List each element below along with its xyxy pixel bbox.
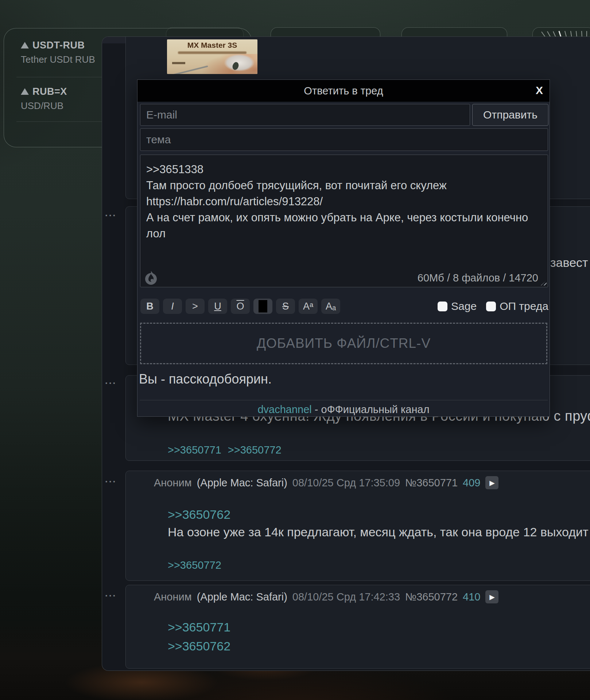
- ticker-symbol: RUB=X: [32, 86, 67, 97]
- op-option[interactable]: ОП треда: [486, 300, 548, 312]
- post-menu-dots[interactable]: ···: [105, 378, 120, 389]
- post-text: На озоне уже за 14к предлагают, месяц жд…: [168, 525, 589, 539]
- superscript-button[interactable]: Aᵃ: [299, 299, 318, 314]
- ticker-symbol: USDT-RUB: [32, 40, 85, 51]
- post-datetime: 08/10/25 Срд 17:35:09: [292, 477, 400, 489]
- checkbox-group: Sage ОП треда: [438, 299, 548, 314]
- strikethrough-button[interactable]: S: [276, 299, 295, 314]
- post-useragent: (Apple Mac: Safari): [197, 591, 287, 603]
- modal-title: Ответить в тред: [304, 85, 383, 97]
- close-button[interactable]: X: [536, 84, 543, 97]
- subject-input[interactable]: [140, 128, 548, 151]
- post-text-tail: завест: [550, 256, 588, 270]
- quote-link[interactable]: >>3650771: [168, 620, 230, 634]
- up-triangle-icon: [21, 88, 29, 95]
- spoiler-black-square: [259, 300, 267, 312]
- sage-option[interactable]: Sage: [438, 300, 477, 312]
- spoiler-button[interactable]: [253, 299, 272, 314]
- reply-modal: Ответить в тред X Отправить >>3651338 Та…: [137, 79, 550, 417]
- post-useragent: (Apple Mac: Safari): [197, 477, 287, 489]
- post-header: Аноним (Apple Mac: Safari) 08/10/25 Срд …: [154, 476, 498, 489]
- footer-text: - оФФициальный канал: [312, 404, 430, 415]
- subscript-button[interactable]: Aₐ: [321, 299, 340, 314]
- up-triangle-icon: [21, 42, 29, 48]
- bold-button[interactable]: B: [140, 299, 159, 314]
- post-author: Аноним: [154, 591, 192, 603]
- comment-text: >>3651338 Там просто долбоеб трясущийся,…: [146, 162, 540, 242]
- passcode-note: Вы - пасскодобоярин.: [139, 372, 272, 387]
- email-input[interactable]: [140, 104, 470, 126]
- sage-checkbox[interactable]: [438, 302, 447, 311]
- ad-image-subtitle-blur: [178, 51, 247, 54]
- quote-link[interactable]: >>3650762: [168, 508, 230, 522]
- modal-footer: dvachannel - оФФициальный канал: [137, 404, 550, 416]
- post-count[interactable]: 409: [463, 477, 480, 489]
- format-toolbar: B I > U O S Aᵃ Aₐ Sage ОП треда: [140, 299, 548, 314]
- upload-limits: 60Мб / 8 файлов / 14720: [418, 272, 538, 284]
- post-number[interactable]: №3650771: [405, 477, 458, 489]
- post-menu-dots[interactable]: ···: [105, 590, 120, 602]
- post-replies: >>3650771 >>3650772: [168, 444, 282, 456]
- quote-link[interactable]: >>3650762: [168, 639, 230, 653]
- thread-post: Аноним (Apple Mac: Safari) 08/10/25 Срд …: [125, 471, 590, 581]
- ad-image-logo-blur: [172, 62, 185, 64]
- thread-post: Аноним (Apple Mac: Safari) 08/10/25 Срд …: [125, 585, 590, 669]
- post-datetime: 08/10/25 Срд 17:42:33: [292, 591, 400, 603]
- post-author: Аноним: [154, 477, 192, 489]
- modal-titlebar[interactable]: Ответить в тред: [137, 80, 550, 102]
- post-image-thumbnail[interactable]: MX Master 3S: [167, 39, 257, 74]
- op-label: ОП треда: [500, 300, 548, 312]
- play-button[interactable]: ▶: [485, 476, 498, 489]
- reply-link[interactable]: >>3650771: [168, 444, 221, 456]
- browser-window: MX Master 3S Аноним завест ··· Аноним MX…: [102, 36, 590, 671]
- overline-button[interactable]: O: [231, 299, 250, 314]
- post-menu-dots[interactable]: ···: [105, 476, 120, 487]
- dvachannel-link[interactable]: dvachannel: [257, 404, 311, 415]
- dropzone-label: ДОБАВИТЬ ФАЙЛ/CTRL-V: [257, 336, 431, 351]
- dvach-logo-icon: [143, 270, 159, 285]
- ad-image-title: MX Master 3S: [167, 41, 257, 50]
- submit-button[interactable]: Отправить: [472, 104, 548, 126]
- ad-image-hand-with-mouse: [193, 54, 257, 74]
- post-menu-dots[interactable]: ···: [105, 210, 120, 221]
- resize-grip[interactable]: [541, 280, 547, 285]
- quote-button[interactable]: >: [186, 299, 205, 314]
- reply-link[interactable]: >>3650772: [168, 559, 221, 571]
- comment-textarea[interactable]: >>3651338 Там просто долбоеб трясущийся,…: [140, 155, 548, 287]
- sage-label: Sage: [451, 300, 477, 312]
- divider: [140, 400, 548, 400]
- op-checkbox[interactable]: [486, 302, 496, 311]
- desktop: USDT-RUB Tether USDt RUB RUB=X USD/RUB M…: [0, 0, 590, 700]
- underline-button[interactable]: U: [208, 299, 227, 314]
- play-button[interactable]: ▶: [485, 590, 498, 603]
- reply-link[interactable]: >>3650772: [228, 444, 282, 456]
- file-dropzone[interactable]: ДОБАВИТЬ ФАЙЛ/CTRL-V: [140, 323, 547, 364]
- post-header: Аноним (Apple Mac: Safari) 08/10/25 Срд …: [154, 590, 498, 603]
- italic-button[interactable]: I: [163, 299, 182, 314]
- post-number[interactable]: №3650772: [405, 591, 458, 603]
- post-count[interactable]: 410: [463, 591, 480, 603]
